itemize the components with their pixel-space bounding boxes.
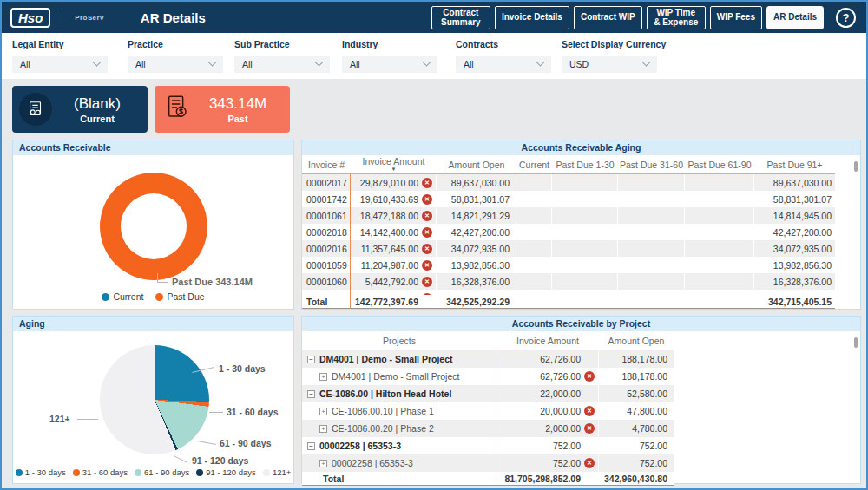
panel-title: Accounts Receivable [13, 140, 293, 155]
pie-legend: 1 - 30 days 31 - 60 days 61 - 90 days 91… [13, 467, 293, 477]
table-row[interactable]: 00002018 14,142,400.00✕ 42,427,200.00 42… [302, 224, 835, 240]
cell-value: 2,000.00 [545, 423, 581, 434]
legend-item[interactable]: 61 - 90 days [135, 467, 189, 477]
table-row[interactable]: 00001060 5,442,792.00✕ 16,328,376.00 16,… [302, 273, 835, 290]
cell-pd-31-60 [618, 240, 685, 257]
legal-entity-dropdown[interactable]: All [12, 56, 108, 73]
legend-item[interactable]: 121+ [263, 467, 291, 477]
cell-invoice-amount: 18,472,188.00✕ [351, 207, 437, 224]
expand-icon[interactable]: + [319, 373, 327, 381]
col-past-due-61-90[interactable]: Past Due 61-90 [685, 155, 754, 173]
project-name: DM4001 | Demo - Small Project [319, 354, 453, 364]
legend-item[interactable]: 91 - 120 days [196, 467, 256, 477]
col-amount-open[interactable]: Amount Open [437, 155, 516, 173]
nav-contract-summary[interactable]: Contract Summary [431, 6, 490, 29]
cell-invoice-amount: 62,726.00 [496, 350, 599, 368]
nav-wip-fees[interactable]: WIP Fees [710, 6, 762, 29]
table-row[interactable]: 00001061 18,472,188.00✕ 14,821,291.29 14… [302, 207, 835, 224]
table-body[interactable]: −DM4001 | Demo - Small Project 62,726.00… [302, 350, 860, 472]
legend-item-past-due[interactable]: Past Due [155, 291, 204, 302]
donut-callout-label: Past Due 343.14M [172, 277, 253, 287]
callout-line [174, 455, 187, 463]
cell-invoice: 00001742 [302, 191, 351, 207]
col-projects[interactable]: Projects [302, 331, 496, 350]
cell-amount-open: 752.00 [599, 437, 674, 454]
legend-item-current[interactable]: Current [102, 291, 143, 302]
nav-ar-details[interactable]: AR Details [766, 6, 824, 29]
col-invoice[interactable]: Invoice # [302, 155, 351, 173]
col-past-due-91[interactable]: Past Due 91+ [754, 155, 835, 173]
legend-dot [73, 469, 80, 476]
callout-line [157, 273, 168, 283]
legend-item[interactable]: 31 - 60 days [73, 467, 128, 477]
error-icon: ✕ [422, 178, 432, 188]
industry-dropdown[interactable]: All [342, 56, 437, 73]
project-row[interactable]: −CE-1086.00 | Hilton Head Hotel 22,000.0… [302, 385, 674, 402]
expand-icon[interactable]: + [319, 425, 327, 433]
cell-amount-open: 13,982,856.30 [437, 257, 516, 273]
cell-amount-open: 52,580.00 [599, 385, 674, 402]
expand-icon[interactable]: + [319, 408, 327, 415]
aging-pie[interactable] [100, 345, 209, 454]
currency-dropdown[interactable]: USD [562, 56, 657, 73]
kpi-past-card[interactable]: 343.14M Past [155, 86, 290, 133]
table-row[interactable]: 00001742 19,610,433.69✕ 58,831,301.07 58… [302, 191, 835, 207]
col-past-due-1-30[interactable]: Past Due 1-30 [552, 155, 618, 173]
nav-wip-time-expense[interactable]: WIP Time & Expense [647, 6, 706, 29]
cell-pd-91: 89,637,030.00 [754, 174, 835, 191]
kpi-label: Past [191, 114, 285, 124]
table-body[interactable]: 00002017 29,879,010.00✕ 89,637,030.00 89… [302, 174, 860, 295]
filter-label: Contracts [456, 39, 562, 49]
project-row[interactable]: +DM4001 | Demo - Small Project 62,726.00… [302, 368, 674, 385]
cell-project: +DM4001 | Demo - Small Project [302, 368, 496, 385]
cell-amount-open: 47,800.00 [599, 402, 674, 420]
practice-dropdown[interactable]: All [128, 56, 223, 73]
table-row[interactable]: 00001059 11,204,987.00✕ 13,982,856.30 13… [302, 257, 835, 273]
legend-dot [102, 293, 109, 301]
scrollbar-thumb[interactable] [854, 161, 858, 172]
cell-current [516, 207, 552, 224]
project-row[interactable]: −00002258 | 65353-3 752.00 752.00 [302, 437, 674, 454]
contracts-dropdown[interactable]: All [456, 56, 551, 73]
project-row[interactable]: +CE-1086.00.20 | Phase 2 2,000.00✕ 4,780… [302, 420, 674, 437]
error-icon: ✕ [422, 227, 432, 238]
scrollbar-thumb[interactable] [854, 337, 858, 348]
legend-item[interactable]: 1 - 30 days [16, 467, 66, 477]
cell-value: 11,357,645.00 [361, 244, 418, 254]
filter-contracts: Contracts All [456, 39, 562, 79]
table-row[interactable]: 00002016 11,357,645.00✕ 34,072,935.00 34… [302, 240, 835, 257]
table-row[interactable]: 00002017 29,879,010.00✕ 89,637,030.00 89… [302, 174, 835, 191]
total-empty [618, 295, 685, 308]
donut-ring[interactable] [100, 173, 207, 280]
kpi-current-card[interactable]: (Blank) Current [12, 86, 148, 133]
cell-invoice-amount: 5,442,792.00✕ [351, 273, 437, 290]
col-invoice-amount[interactable]: Invoice Amount ▼ [351, 155, 437, 173]
cell-project: −00002258 | 65353-3 [302, 437, 496, 454]
project-row[interactable]: +00002258 | 65353-3 752.00✕ 752.00 [302, 454, 674, 472]
kpi-text: (Blank) Current [52, 95, 142, 124]
project-row[interactable]: +CE-1086.00.10 | Phase 1 20,000.00✕ 47,8… [302, 402, 674, 420]
total-empty [685, 295, 754, 308]
help-button[interactable]: ? [836, 8, 856, 28]
nav-invoice-details[interactable]: Invoice Details [495, 6, 569, 29]
project-row[interactable]: −DM4001 | Demo - Small Project 62,726.00… [302, 350, 674, 368]
expand-icon[interactable]: + [319, 460, 327, 467]
collapse-icon[interactable]: − [307, 390, 315, 398]
total-empty [552, 295, 618, 308]
collapse-icon[interactable]: − [307, 442, 315, 450]
col-past-due-31-60[interactable]: Past Due 31-60 [618, 155, 685, 173]
col-amount-open[interactable]: Amount Open [599, 331, 674, 350]
cell-amount-open: 188,178.00 [599, 368, 674, 385]
cell-current [516, 191, 552, 207]
error-icon: ✕ [584, 423, 595, 434]
filter-practice: Practice All [128, 39, 234, 79]
collapse-icon[interactable]: − [307, 356, 315, 363]
cell-value: 11,204,987.00 [361, 260, 418, 271]
col-current[interactable]: Current [516, 155, 552, 173]
cell-invoice-amount: 19,610,433.69✕ [351, 191, 437, 207]
sub-practice-dropdown[interactable]: All [234, 56, 330, 73]
cell-pd-91: 58,831,301.07 [754, 191, 835, 207]
dropdown-value: All [464, 59, 474, 69]
nav-contract-wip[interactable]: Contract WIP [574, 6, 642, 29]
col-invoice-amount[interactable]: Invoice Amount [496, 331, 599, 350]
